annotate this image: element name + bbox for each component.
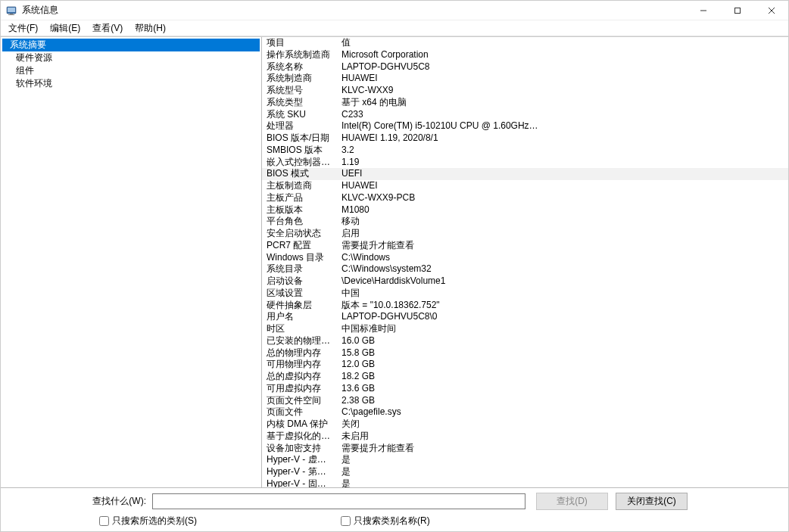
cell-item: Hyper-V - 虚拟机… [262, 454, 337, 466]
table-row[interactable]: Hyper-V - 虚拟机…是 [262, 454, 788, 466]
cell-item: 页面文件 [262, 406, 337, 418]
search-label: 查找什么(W): [8, 495, 152, 508]
table-row[interactable]: 系统类型基于 x64 的电脑 [262, 97, 788, 109]
cell-value: 18.2 GB [337, 371, 788, 383]
checkbox-selected-category[interactable]: 只搜索所选的类别(S) [99, 515, 197, 527]
cell-item: 主板版本 [262, 204, 337, 216]
cell-item: 平台角色 [262, 216, 337, 228]
svg-rect-2 [10, 14, 13, 14]
table-row[interactable]: 区域设置中国 [262, 288, 788, 300]
cell-item: 系统名称 [262, 61, 337, 73]
cell-item: Hyper-V - 固件中… [262, 478, 337, 487]
table-row[interactable]: 可用虚拟内存13.6 GB [262, 383, 788, 395]
table-row[interactable]: BIOS 版本/日期HUAWEI 1.19, 2020/8/1 [262, 132, 788, 145]
cell-value: 基于 x64 的电脑 [337, 97, 788, 109]
table-row[interactable]: Hyper-V - 固件中…是 [262, 478, 788, 487]
cell-value: 是 [337, 454, 788, 466]
table-row[interactable]: 系统制造商HUAWEI [262, 73, 788, 85]
svg-rect-3 [8, 14, 14, 15]
cell-item: BIOS 版本/日期 [262, 132, 337, 145]
table-row[interactable]: 基于虚拟化的安全性未启用 [262, 431, 788, 443]
tree-system-summary[interactable]: 系统摘要 [2, 39, 260, 51]
menu-help[interactable]: 帮助(H) [129, 20, 172, 36]
minimize-button[interactable] [686, 1, 720, 20]
cell-value: LAPTOP-DGHVU5C8\0 [337, 311, 788, 323]
table-row[interactable]: Windows 目录C:\Windows [262, 252, 788, 264]
table-row[interactable]: 可用物理内存12.0 GB [262, 359, 788, 371]
table-row[interactable]: 主板制造商HUAWEI [262, 180, 788, 192]
cell-item: 时区 [262, 323, 337, 335]
table-row[interactable]: 设备加密支持需要提升才能查看 [262, 443, 788, 455]
find-button[interactable]: 查找(D) [536, 493, 608, 510]
checkbox-category-names-input[interactable] [341, 516, 351, 526]
table-row[interactable]: 时区中国标准时间 [262, 323, 788, 335]
table-row[interactable]: 主板版本M1080 [262, 204, 788, 216]
cell-value: 启用 [337, 228, 788, 240]
cell-item: 启动设备 [262, 275, 337, 288]
cell-value: 15.8 GB [337, 347, 788, 359]
column-item[interactable]: 项目 [262, 37, 337, 49]
menubar: 文件(F) 编辑(E) 查看(V) 帮助(H) [1, 20, 788, 36]
table-row[interactable]: 处理器Intel(R) Core(TM) i5-10210U CPU @ 1.6… [262, 120, 788, 132]
table-row[interactable]: 系统名称LAPTOP-DGHVU5C8 [262, 61, 788, 73]
table-row[interactable]: Hyper-V - 第二级…是 [262, 466, 788, 478]
detail-scroll[interactable]: 项目 值 操作系统制造商Microsoft Corporation系统名称LAP… [262, 37, 788, 487]
cell-value: HUAWEI [337, 180, 788, 192]
close-button[interactable] [754, 1, 788, 20]
cell-value: Intel(R) Core(TM) i5-10210U CPU @ 1.60GH… [337, 120, 788, 132]
table-row[interactable]: 已安装的物理内存(…16.0 GB [262, 335, 788, 347]
table-row[interactable]: 操作系统制造商Microsoft Corporation [262, 49, 788, 61]
cell-item: 嵌入式控制器版本 [262, 157, 337, 169]
table-row[interactable]: SMBIOS 版本3.2 [262, 145, 788, 157]
cell-value: 3.2 [337, 145, 788, 157]
search-input[interactable] [152, 493, 525, 509]
table-row[interactable]: 内核 DMA 保护关闭 [262, 418, 788, 431]
table-row[interactable]: 平台角色移动 [262, 216, 788, 228]
cell-value: HUAWEI 1.19, 2020/8/1 [337, 132, 788, 145]
cell-item: BIOS 模式 [262, 168, 337, 180]
cell-value: 2.38 GB [337, 395, 788, 407]
cell-item: 处理器 [262, 120, 337, 132]
cell-item: PCR7 配置 [262, 240, 337, 252]
maximize-button[interactable] [720, 1, 754, 20]
cell-value: 版本 = "10.0.18362.752" [337, 300, 788, 312]
info-table: 项目 值 操作系统制造商Microsoft Corporation系统名称LAP… [262, 37, 788, 487]
menu-edit[interactable]: 编辑(E) [44, 20, 86, 36]
table-row[interactable]: 主板产品KLVC-WXX9-PCB [262, 192, 788, 204]
table-row[interactable]: 系统型号KLVC-WXX9 [262, 85, 788, 97]
cell-value: 未启用 [337, 431, 788, 443]
checkbox-category-names-label: 只搜索类别名称(R) [354, 515, 430, 527]
table-row[interactable]: 系统 SKUC233 [262, 109, 788, 121]
menu-file[interactable]: 文件(F) [2, 20, 44, 36]
cell-value: Microsoft Corporation [337, 49, 788, 61]
menu-view[interactable]: 查看(V) [86, 20, 129, 36]
table-row[interactable]: 页面文件空间2.38 GB [262, 395, 788, 407]
checkbox-category-names[interactable]: 只搜索类别名称(R) [341, 515, 430, 527]
cell-value: 移动 [337, 216, 788, 228]
detail-pane: 项目 值 操作系统制造商Microsoft Corporation系统名称LAP… [262, 37, 788, 487]
cell-value: \Device\HarddiskVolume1 [337, 275, 788, 288]
column-value[interactable]: 值 [337, 37, 788, 49]
table-row[interactable]: 用户名LAPTOP-DGHVU5C8\0 [262, 311, 788, 323]
category-tree[interactable]: 系统摘要 硬件资源 组件 软件环境 [1, 37, 262, 487]
table-row[interactable]: 嵌入式控制器版本1.19 [262, 157, 788, 169]
cell-value: 中国 [337, 288, 788, 300]
table-row[interactable]: 系统目录C:\Windows\system32 [262, 263, 788, 275]
cell-item: 系统制造商 [262, 73, 337, 85]
cell-item: 系统类型 [262, 97, 337, 109]
close-find-button[interactable]: 关闭查找(C) [616, 493, 688, 510]
table-row[interactable]: PCR7 配置需要提升才能查看 [262, 240, 788, 252]
tree-hardware[interactable]: 硬件资源 [2, 51, 260, 64]
table-row[interactable]: 总的虚拟内存18.2 GB [262, 371, 788, 383]
window-title: 系统信息 [22, 4, 58, 17]
table-row[interactable]: 安全启动状态启用 [262, 228, 788, 240]
table-row[interactable]: 启动设备\Device\HarddiskVolume1 [262, 275, 788, 288]
tree-components[interactable]: 组件 [2, 64, 260, 77]
table-row[interactable]: 总的物理内存15.8 GB [262, 347, 788, 359]
tree-software[interactable]: 软件环境 [2, 77, 260, 90]
table-row[interactable]: BIOS 模式UEFI [262, 168, 788, 180]
checkbox-selected-category-input[interactable] [99, 516, 109, 526]
cell-item: 系统目录 [262, 263, 337, 275]
table-row[interactable]: 硬件抽象层版本 = "10.0.18362.752" [262, 300, 788, 312]
table-row[interactable]: 页面文件C:\pagefile.sys [262, 406, 788, 418]
